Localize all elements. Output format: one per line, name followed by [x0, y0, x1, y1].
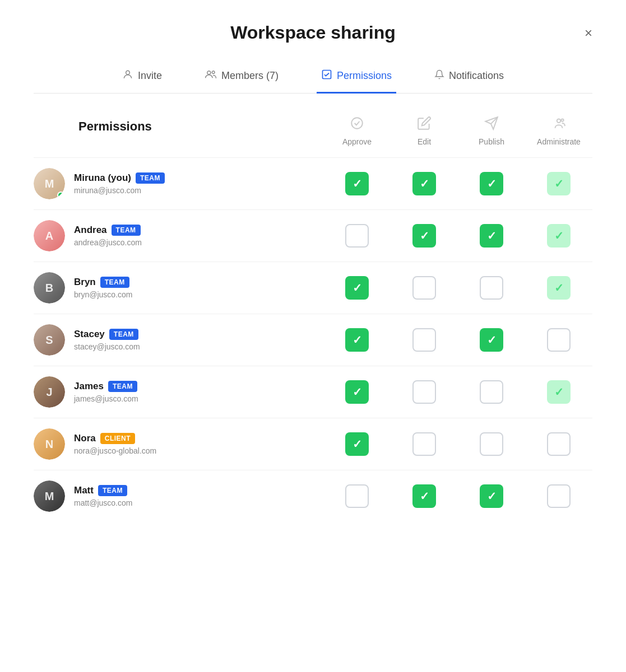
checkbox-andrea-administrate[interactable]: ✓ [547, 224, 571, 248]
checkbox-james-edit[interactable] [412, 380, 436, 404]
user-badge-miruna: TEAM [136, 172, 165, 184]
perm-cell-andrea-publish: ✓ [458, 224, 525, 248]
user-rows-container: M Miruna (you) TEAM miruna@jusco.com ✓✓✓… [34, 157, 592, 522]
user-details-james: James TEAM james@jusco.com [74, 381, 138, 403]
checkbox-miruna-approve[interactable]: ✓ [345, 172, 369, 195]
approve-col-icon [350, 116, 364, 134]
checkbox-stacey-publish[interactable]: ✓ [480, 328, 503, 352]
user-name-miruna: Miruna (you) [74, 172, 131, 184]
user-name-row-matt: Matt TEAM [74, 485, 132, 496]
perm-cell-stacey-approve: ✓ [323, 328, 391, 352]
publish-col-icon [484, 116, 499, 134]
perm-cell-andrea-edit: ✓ [391, 224, 458, 248]
checkbox-andrea-publish[interactable]: ✓ [480, 224, 503, 248]
user-name-row-bryn: Bryn TEAM [74, 277, 132, 288]
perm-cell-stacey-edit [391, 328, 458, 352]
perm-cell-matt-publish: ✓ [458, 484, 525, 508]
user-name-row-nora: Nora CLIENT [74, 433, 156, 444]
checkbox-andrea-edit[interactable]: ✓ [412, 224, 436, 248]
checkbox-bryn-administrate[interactable]: ✓ [547, 276, 571, 300]
user-name-stacey: Stacey [74, 329, 105, 340]
user-info-andrea: A Andrea TEAM andrea@jusco.com [34, 220, 323, 251]
edit-col-icon [417, 116, 432, 134]
tab-notifications[interactable]: Notifications [430, 60, 508, 94]
perm-cell-matt-edit: ✓ [391, 484, 458, 508]
user-info-matt: M Matt TEAM matt@jusco.com [34, 480, 323, 512]
administrate-col-label: Administrate [537, 137, 581, 146]
checkbox-bryn-edit[interactable] [412, 276, 436, 300]
user-email-bryn: bryn@jusco.com [74, 290, 132, 299]
checkbox-james-approve[interactable]: ✓ [345, 380, 369, 404]
perm-cell-nora-edit [391, 432, 458, 456]
checkbox-james-publish[interactable] [480, 380, 503, 404]
user-name-nora: Nora [74, 433, 96, 444]
checkbox-andrea-approve[interactable] [345, 224, 369, 248]
permissions-icon [321, 69, 332, 83]
col-header-administrate: Administrate [525, 116, 592, 146]
checkbox-miruna-publish[interactable]: ✓ [480, 172, 503, 195]
modal-title: Workspace sharing [230, 22, 396, 43]
user-badge-james: TEAM [108, 381, 137, 392]
checkbox-bryn-publish[interactable] [480, 276, 503, 300]
perm-cell-bryn-publish [458, 276, 525, 300]
user-badge-stacey: TEAM [109, 329, 138, 340]
user-badge-bryn: TEAM [100, 277, 129, 288]
user-row-andrea: A Andrea TEAM andrea@jusco.com ✓✓✓ [34, 209, 592, 262]
user-info-miruna: M Miruna (you) TEAM miruna@jusco.com [34, 168, 323, 199]
perm-cell-andrea-administrate: ✓ [525, 224, 592, 248]
perm-cell-bryn-administrate: ✓ [525, 276, 592, 300]
invite-icon [122, 69, 133, 83]
perm-cell-james-approve: ✓ [323, 380, 391, 404]
perm-cell-nora-publish [458, 432, 525, 456]
user-email-nora: nora@jusco-global.com [74, 446, 156, 455]
user-row-bryn: B Bryn TEAM bryn@jusco.com ✓✓ [34, 262, 592, 314]
user-details-matt: Matt TEAM matt@jusco.com [74, 485, 132, 507]
checkbox-james-administrate[interactable]: ✓ [547, 380, 571, 404]
perm-cell-stacey-publish: ✓ [458, 328, 525, 352]
user-row-miruna: M Miruna (you) TEAM miruna@jusco.com ✓✓✓… [34, 157, 592, 209]
user-name-row-james: James TEAM [74, 381, 138, 392]
tab-invite-label: Invite [138, 70, 162, 82]
perm-cell-bryn-approve: ✓ [323, 276, 391, 300]
checkbox-bryn-approve[interactable]: ✓ [345, 276, 369, 300]
table-header: Permissions Approve Edit [34, 116, 592, 146]
checkbox-matt-edit[interactable]: ✓ [412, 484, 436, 508]
user-email-matt: matt@jusco.com [74, 498, 132, 507]
tab-invite[interactable]: Invite [118, 60, 166, 94]
workspace-sharing-modal: Workspace sharing × Invite Members (7) [0, 0, 626, 672]
close-button[interactable]: × [585, 26, 592, 40]
user-name-row-miruna: Miruna (you) TEAM [74, 172, 165, 184]
checkbox-matt-approve[interactable] [345, 484, 369, 508]
user-details-andrea: Andrea TEAM andrea@jusco.com [74, 225, 142, 247]
perm-cell-james-administrate: ✓ [525, 380, 592, 404]
avatar-james: J [34, 376, 65, 408]
checkbox-miruna-administrate[interactable]: ✓ [547, 172, 571, 195]
tab-notifications-label: Notifications [449, 70, 504, 82]
user-name-bryn: Bryn [74, 277, 96, 288]
perm-cell-james-edit [391, 380, 458, 404]
checkbox-stacey-administrate[interactable] [547, 328, 571, 352]
members-icon [205, 69, 217, 83]
svg-point-4 [351, 118, 363, 129]
user-email-stacey: stacey@jusco.com [74, 342, 140, 351]
user-details-nora: Nora CLIENT nora@jusco-global.com [74, 433, 156, 455]
user-email-miruna: miruna@jusco.com [74, 186, 165, 195]
checkbox-nora-edit[interactable] [412, 432, 436, 456]
checkbox-nora-publish[interactable] [480, 432, 503, 456]
avatar-andrea: A [34, 220, 65, 251]
perm-cell-andrea-approve [323, 224, 391, 248]
checkbox-miruna-edit[interactable]: ✓ [412, 172, 436, 195]
user-row-nora: N Nora CLIENT nora@jusco-global.com ✓ [34, 418, 592, 470]
avatar-matt: M [34, 480, 65, 512]
user-email-andrea: andrea@jusco.com [74, 238, 142, 247]
checkbox-nora-approve[interactable]: ✓ [345, 432, 369, 456]
user-row-matt: M Matt TEAM matt@jusco.com ✓✓ [34, 470, 592, 522]
checkbox-matt-publish[interactable]: ✓ [480, 484, 503, 508]
tab-members[interactable]: Members (7) [200, 60, 283, 94]
svg-point-8 [561, 119, 563, 121]
checkbox-stacey-edit[interactable] [412, 328, 436, 352]
checkbox-stacey-approve[interactable]: ✓ [345, 328, 369, 352]
checkbox-nora-administrate[interactable] [547, 432, 571, 456]
checkbox-matt-administrate[interactable] [547, 484, 571, 508]
tab-permissions[interactable]: Permissions [317, 60, 396, 94]
